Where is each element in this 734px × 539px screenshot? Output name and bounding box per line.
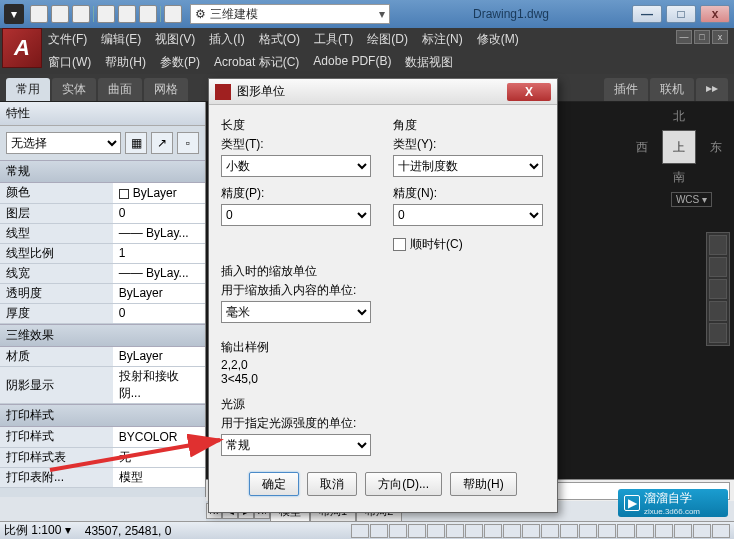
- menu-draw[interactable]: 绘图(D): [367, 31, 408, 48]
- property-value[interactable]: —— ByLay...: [113, 223, 205, 243]
- property-value[interactable]: ByLayer: [113, 283, 205, 303]
- cube-east[interactable]: 东: [710, 139, 722, 156]
- menu-tools[interactable]: 工具(T): [314, 31, 353, 48]
- property-row[interactable]: 打印样式BYCOLOR: [0, 427, 205, 447]
- property-row[interactable]: 打印表附...模型: [0, 467, 205, 487]
- property-group-header[interactable]: 三维效果: [0, 324, 205, 347]
- mdi-max-icon[interactable]: □: [694, 30, 710, 44]
- quick-select-icon[interactable]: ▦: [125, 132, 147, 154]
- property-group-header[interactable]: 常规: [0, 160, 205, 183]
- menu-dimension[interactable]: 标注(N): [422, 31, 463, 48]
- property-value[interactable]: 投射和接收阴...: [113, 367, 205, 404]
- help-button[interactable]: 帮助(H): [450, 472, 517, 496]
- menu-params[interactable]: 参数(P): [160, 54, 200, 71]
- menu-dataview[interactable]: 数据视图: [405, 54, 453, 71]
- qat-save-icon[interactable]: [72, 5, 90, 23]
- property-row[interactable]: 打印样式表无: [0, 447, 205, 467]
- property-row[interactable]: 线宽—— ByLay...: [0, 263, 205, 283]
- qat-open-icon[interactable]: [51, 5, 69, 23]
- qat-more-icon[interactable]: [164, 5, 182, 23]
- tab-plugin[interactable]: 插件: [604, 78, 648, 101]
- nav-wheel-icon[interactable]: [709, 235, 727, 255]
- sc-toggle-icon[interactable]: [541, 524, 559, 538]
- model-toggle-icon[interactable]: [560, 524, 578, 538]
- qat-redo-icon[interactable]: [139, 5, 157, 23]
- polar-toggle-icon[interactable]: [408, 524, 426, 538]
- lock-icon[interactable]: [655, 524, 673, 538]
- nav-zoom-icon[interactable]: [709, 279, 727, 299]
- property-row[interactable]: 材质ByLayer: [0, 347, 205, 367]
- nav-orbit-icon[interactable]: [709, 301, 727, 321]
- angle-type-dropdown[interactable]: 十进制度数: [393, 155, 543, 177]
- maximize-button[interactable]: □: [666, 5, 696, 23]
- menu-help[interactable]: 帮助(H): [105, 54, 146, 71]
- ok-button[interactable]: 确定: [249, 472, 299, 496]
- dialog-close-button[interactable]: X: [507, 83, 551, 101]
- lighting-units-dropdown[interactable]: 常规: [221, 434, 371, 456]
- property-row[interactable]: 透明度ByLayer: [0, 283, 205, 303]
- menu-window[interactable]: 窗口(W): [48, 54, 91, 71]
- length-type-dropdown[interactable]: 小数: [221, 155, 371, 177]
- ortho-toggle-icon[interactable]: [389, 524, 407, 538]
- property-row[interactable]: 线型—— ByLay...: [0, 223, 205, 243]
- ducs-toggle-icon[interactable]: [465, 524, 483, 538]
- osnap-toggle-icon[interactable]: [427, 524, 445, 538]
- property-value[interactable]: ByLayer: [113, 347, 205, 367]
- tab-online[interactable]: 联机: [650, 78, 694, 101]
- minimize-button[interactable]: —: [632, 5, 662, 23]
- mdi-close-icon[interactable]: x: [712, 30, 728, 44]
- nav-showmotion-icon[interactable]: [709, 323, 727, 343]
- qat-print-icon[interactable]: [97, 5, 115, 23]
- menu-modify[interactable]: 修改(M): [477, 31, 519, 48]
- property-value[interactable]: —— ByLay...: [113, 263, 205, 283]
- nav-pan-icon[interactable]: [709, 257, 727, 277]
- view-cube[interactable]: 北 南 西 东 上: [644, 112, 714, 182]
- length-precision-dropdown[interactable]: 0: [221, 204, 371, 226]
- isolate-icon[interactable]: [693, 524, 711, 538]
- dyn-toggle-icon[interactable]: [484, 524, 502, 538]
- annovis-icon[interactable]: [598, 524, 616, 538]
- property-value[interactable]: 模型: [113, 467, 205, 487]
- select-objects-icon[interactable]: ↗: [151, 132, 173, 154]
- snap-toggle-icon[interactable]: [351, 524, 369, 538]
- menu-edit[interactable]: 编辑(E): [101, 31, 141, 48]
- property-value[interactable]: ByLayer: [113, 183, 205, 203]
- annoscale-icon[interactable]: [579, 524, 597, 538]
- lwt-toggle-icon[interactable]: [503, 524, 521, 538]
- property-value[interactable]: 0: [113, 303, 205, 323]
- property-row[interactable]: 厚度0: [0, 303, 205, 323]
- otrack-toggle-icon[interactable]: [446, 524, 464, 538]
- app-logo-icon[interactable]: A: [2, 28, 42, 68]
- qp-toggle-icon[interactable]: [522, 524, 540, 538]
- mdi-min-icon[interactable]: —: [676, 30, 692, 44]
- property-row[interactable]: 阴影显示投射和接收阴...: [0, 367, 205, 404]
- menu-view[interactable]: 视图(V): [155, 31, 195, 48]
- angle-precision-dropdown[interactable]: 0: [393, 204, 543, 226]
- property-value[interactable]: 无: [113, 447, 205, 467]
- pickadd-icon[interactable]: ▫: [177, 132, 199, 154]
- workspace-dropdown[interactable]: ⚙ 三维建模 ▾: [190, 4, 390, 24]
- insertion-units-dropdown[interactable]: 毫米: [221, 301, 371, 323]
- hardware-icon[interactable]: [674, 524, 692, 538]
- property-row[interactable]: 线型比例1: [0, 243, 205, 263]
- grid-toggle-icon[interactable]: [370, 524, 388, 538]
- clean-icon[interactable]: [712, 524, 730, 538]
- property-row[interactable]: 颜色ByLayer: [0, 183, 205, 203]
- clockwise-checkbox[interactable]: [393, 238, 406, 251]
- selection-dropdown[interactable]: 无选择: [6, 132, 121, 154]
- tab-surface[interactable]: 曲面: [98, 78, 142, 101]
- scale-display[interactable]: 比例 1:100 ▾: [4, 522, 71, 539]
- property-value[interactable]: BYCOLOR: [113, 427, 205, 447]
- cancel-button[interactable]: 取消: [307, 472, 357, 496]
- property-group-header[interactable]: 打印样式: [0, 404, 205, 427]
- property-value[interactable]: 0: [113, 203, 205, 223]
- menu-insert[interactable]: 插入(I): [209, 31, 244, 48]
- tab-mesh[interactable]: 网格: [144, 78, 188, 101]
- cube-top-face[interactable]: 上: [662, 130, 696, 164]
- property-value[interactable]: 1: [113, 243, 205, 263]
- wcs-label[interactable]: WCS ▾: [671, 192, 712, 207]
- property-row[interactable]: 图层0: [0, 203, 205, 223]
- cube-north[interactable]: 北: [673, 108, 685, 125]
- menu-format[interactable]: 格式(O): [259, 31, 300, 48]
- qat-undo-icon[interactable]: [118, 5, 136, 23]
